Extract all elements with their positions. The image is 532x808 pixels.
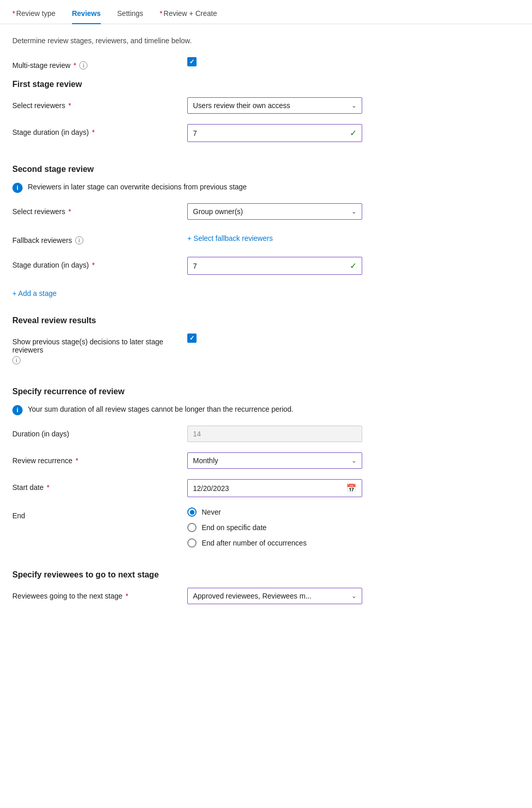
tab-reviews[interactable]: Reviews bbox=[72, 9, 101, 24]
reviewees-heading: Specify reviewees to go to next stage bbox=[12, 570, 520, 579]
nav-tabs: *Review type Reviews Settings *Review + … bbox=[0, 0, 532, 24]
first-stage-duration-control: 7 ✓ bbox=[187, 124, 520, 142]
fallback-reviewers-control: + Select fallback reviewers bbox=[187, 230, 520, 247]
end-never-label: Never bbox=[202, 508, 221, 516]
end-occurrences-label: End after number of occurrences bbox=[202, 539, 307, 547]
chevron-down-icon-3: ⌄ bbox=[351, 457, 357, 464]
main-content: Determine review stages, reviewers, and … bbox=[0, 24, 532, 635]
first-stage-reviewers-row: Select reviewers * Users review their ow… bbox=[12, 97, 520, 114]
second-stage-duration-control: 7 ✓ bbox=[187, 257, 520, 275]
end-occurrences-radio[interactable] bbox=[187, 538, 197, 548]
recurrence-label: Review recurrence * bbox=[12, 452, 187, 465]
multistage-checkbox[interactable] bbox=[187, 57, 197, 66]
reviewees-section: Specify reviewees to go to next stage Re… bbox=[12, 570, 520, 604]
second-stage-duration-input[interactable]: 7 ✓ bbox=[187, 257, 362, 275]
end-occurrences-option[interactable]: End after number of occurrences bbox=[187, 538, 520, 548]
reveal-results-heading: Reveal review results bbox=[12, 316, 520, 325]
check-icon-2: ✓ bbox=[350, 261, 357, 271]
reveal-results-section: Reveal review results Show previous stag… bbox=[12, 316, 520, 364]
second-stage-duration-row: Stage duration (in days) * 7 ✓ bbox=[12, 257, 520, 275]
start-date-row: Start date * 📅 bbox=[12, 479, 520, 497]
recurrence-section: Specify recurrence of review i Your sum … bbox=[12, 387, 520, 548]
duration-control: 14 bbox=[187, 426, 520, 442]
reviewees-required: * bbox=[126, 592, 128, 600]
add-stage-button[interactable]: + Add a stage bbox=[12, 285, 57, 302]
required-star-create: * bbox=[159, 9, 162, 17]
tab-settings[interactable]: Settings bbox=[117, 9, 144, 24]
end-never-radio[interactable] bbox=[187, 507, 197, 517]
second-stage-reviewers-label: Select reviewers * bbox=[12, 203, 187, 216]
recurrence-info-icon: i bbox=[12, 405, 23, 415]
reveal-results-row: Show previous stage(s) decisions to late… bbox=[12, 333, 520, 364]
check-icon: ✓ bbox=[350, 128, 357, 138]
first-stage-heading: First stage review bbox=[12, 80, 520, 89]
recurrence-heading: Specify recurrence of review bbox=[12, 387, 520, 396]
end-specific-date-label: End on specific date bbox=[202, 523, 267, 532]
start-date-field[interactable] bbox=[193, 484, 346, 493]
second-stage-reviewers-control: Group owner(s) ⌄ bbox=[187, 203, 520, 220]
first-stage-reviewers-control: Users review their own access ⌄ bbox=[187, 97, 520, 114]
first-stage-duration-label: Stage duration (in days) * bbox=[12, 124, 187, 136]
second-stage-reviewers-required: * bbox=[68, 207, 71, 216]
end-row: End Never End on specific date End after… bbox=[12, 507, 520, 548]
second-stage-reviewers-row: Select reviewers * Group owner(s) ⌄ bbox=[12, 203, 520, 220]
end-label: End bbox=[12, 507, 187, 520]
second-stage-info-banner: i Reviewers in later stage can overwrite… bbox=[12, 182, 520, 193]
chevron-down-icon-2: ⌄ bbox=[351, 208, 357, 215]
end-specific-date-option[interactable]: End on specific date bbox=[187, 523, 520, 532]
duration-label: Duration (in days) bbox=[12, 426, 187, 438]
page-subtitle: Determine review stages, reviewers, and … bbox=[12, 37, 520, 45]
multistage-row: Multi-stage review * i bbox=[12, 57, 520, 69]
second-stage-duration-label: Stage duration (in days) * bbox=[12, 257, 187, 269]
second-stage-section: Second stage review i Reviewers in later… bbox=[12, 165, 520, 302]
reveal-results-label-text: Show previous stage(s) decisions to late… bbox=[12, 338, 187, 354]
recurrence-control: Monthly ⌄ bbox=[187, 452, 520, 469]
start-date-label: Start date * bbox=[12, 479, 187, 491]
first-stage-duration-row: Stage duration (in days) * 7 ✓ bbox=[12, 124, 520, 142]
recurrence-row: Review recurrence * Monthly ⌄ bbox=[12, 452, 520, 469]
info-circle-icon: i bbox=[12, 183, 23, 193]
end-never-option[interactable]: Never bbox=[187, 507, 520, 517]
second-stage-info-text: Reviewers in later stage can overwrite d… bbox=[28, 182, 247, 192]
end-specific-date-radio[interactable] bbox=[187, 523, 197, 532]
duration-input: 14 bbox=[187, 426, 362, 442]
fallback-info-icon[interactable]: i bbox=[75, 236, 83, 244]
chevron-down-icon: ⌄ bbox=[351, 102, 357, 109]
duration-row: Duration (in days) 14 bbox=[12, 426, 520, 442]
first-stage-reviewers-label: Select reviewers * bbox=[12, 97, 187, 110]
calendar-icon[interactable]: 📅 bbox=[346, 483, 357, 493]
fallback-reviewers-label: Fallback reviewers i bbox=[12, 232, 187, 244]
start-date-required: * bbox=[47, 483, 49, 491]
start-date-control: 📅 bbox=[187, 479, 520, 497]
multistage-required-star: * bbox=[74, 61, 76, 69]
reviewees-label: Reviewees going to the next stage * bbox=[12, 588, 187, 600]
reveal-results-label: Show previous stage(s) decisions to late… bbox=[12, 333, 187, 364]
chevron-down-icon-4: ⌄ bbox=[351, 592, 357, 600]
multistage-checkbox-wrap bbox=[187, 57, 520, 66]
select-fallback-reviewers-button[interactable]: + Select fallback reviewers bbox=[187, 230, 273, 247]
multistage-info-icon[interactable]: i bbox=[79, 61, 87, 69]
multistage-label: Multi-stage review * i bbox=[12, 57, 187, 69]
recurrence-required: * bbox=[76, 456, 78, 465]
tab-review-create[interactable]: *Review + Create bbox=[159, 9, 217, 24]
recurrence-select[interactable]: Monthly ⌄ bbox=[187, 452, 362, 469]
fallback-reviewers-row: Fallback reviewers i + Select fallback r… bbox=[12, 230, 520, 247]
tab-review-type[interactable]: *Review type bbox=[12, 9, 56, 24]
recurrence-info-banner: i Your sum duration of all review stages… bbox=[12, 405, 520, 415]
reveal-results-checkbox-wrap bbox=[187, 333, 520, 343]
first-stage-duration-required: * bbox=[92, 128, 95, 136]
second-stage-reviewers-select[interactable]: Group owner(s) ⌄ bbox=[187, 203, 362, 220]
end-options: Never End on specific date End after num… bbox=[187, 507, 520, 548]
end-radio-group: Never End on specific date End after num… bbox=[187, 507, 520, 548]
start-date-input[interactable]: 📅 bbox=[187, 479, 362, 497]
reveal-info-icon[interactable]: i bbox=[12, 356, 21, 364]
first-stage-duration-input[interactable]: 7 ✓ bbox=[187, 124, 362, 142]
first-stage-section: First stage review Select reviewers * Us… bbox=[12, 80, 520, 142]
first-stage-reviewers-select[interactable]: Users review their own access ⌄ bbox=[187, 97, 362, 114]
recurrence-info-text: Your sum duration of all review stages c… bbox=[28, 405, 293, 415]
reviewees-row: Reviewees going to the next stage * Appr… bbox=[12, 588, 520, 604]
reviewees-select[interactable]: Approved reviewees, Reviewees m... ⌄ bbox=[187, 588, 362, 604]
first-stage-reviewers-required: * bbox=[68, 101, 71, 110]
required-star: * bbox=[12, 9, 15, 17]
reveal-results-checkbox[interactable] bbox=[187, 333, 197, 343]
